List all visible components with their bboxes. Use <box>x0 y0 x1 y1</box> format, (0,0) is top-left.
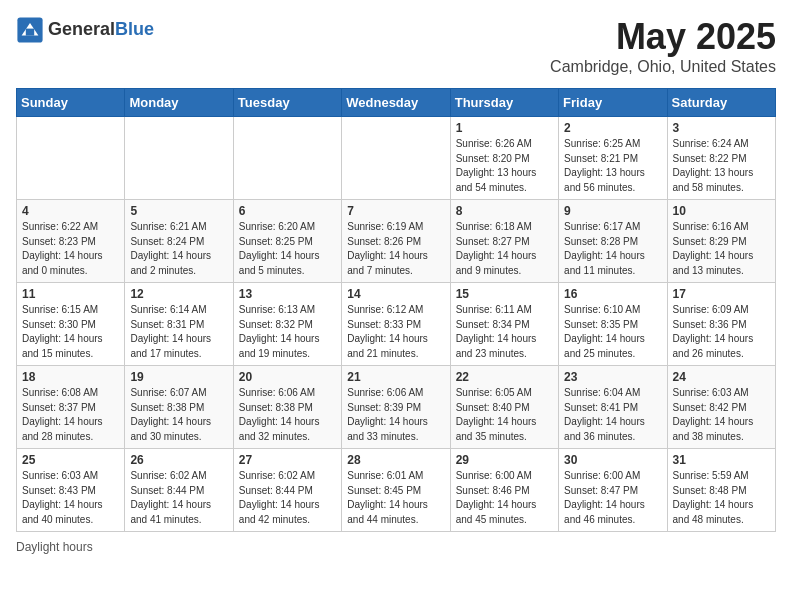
calendar-cell: 15Sunrise: 6:11 AM Sunset: 8:34 PM Dayli… <box>450 283 558 366</box>
title-block: May 2025 Cambridge, Ohio, United States <box>550 16 776 76</box>
day-number: 2 <box>564 121 661 135</box>
day-number: 23 <box>564 370 661 384</box>
day-info: Sunrise: 6:16 AM Sunset: 8:29 PM Dayligh… <box>673 220 770 278</box>
day-number: 11 <box>22 287 119 301</box>
calendar-cell: 31Sunrise: 5:59 AM Sunset: 8:48 PM Dayli… <box>667 449 775 532</box>
calendar-body: 1Sunrise: 6:26 AM Sunset: 8:20 PM Daylig… <box>17 117 776 532</box>
calendar-cell: 8Sunrise: 6:18 AM Sunset: 8:27 PM Daylig… <box>450 200 558 283</box>
day-number: 18 <box>22 370 119 384</box>
day-number: 26 <box>130 453 227 467</box>
day-number: 14 <box>347 287 444 301</box>
weekday-header-thursday: Thursday <box>450 89 558 117</box>
day-info: Sunrise: 6:04 AM Sunset: 8:41 PM Dayligh… <box>564 386 661 444</box>
day-number: 6 <box>239 204 336 218</box>
calendar-cell: 2Sunrise: 6:25 AM Sunset: 8:21 PM Daylig… <box>559 117 667 200</box>
day-number: 16 <box>564 287 661 301</box>
calendar-header: SundayMondayTuesdayWednesdayThursdayFrid… <box>17 89 776 117</box>
day-number: 27 <box>239 453 336 467</box>
day-info: Sunrise: 6:05 AM Sunset: 8:40 PM Dayligh… <box>456 386 553 444</box>
day-number: 12 <box>130 287 227 301</box>
day-info: Sunrise: 6:18 AM Sunset: 8:27 PM Dayligh… <box>456 220 553 278</box>
calendar-cell: 11Sunrise: 6:15 AM Sunset: 8:30 PM Dayli… <box>17 283 125 366</box>
weekday-header-tuesday: Tuesday <box>233 89 341 117</box>
logo: GeneralBlue <box>16 16 154 44</box>
calendar-cell: 25Sunrise: 6:03 AM Sunset: 8:43 PM Dayli… <box>17 449 125 532</box>
weekday-header-monday: Monday <box>125 89 233 117</box>
day-info: Sunrise: 6:22 AM Sunset: 8:23 PM Dayligh… <box>22 220 119 278</box>
calendar-cell <box>17 117 125 200</box>
week-row-5: 25Sunrise: 6:03 AM Sunset: 8:43 PM Dayli… <box>17 449 776 532</box>
day-info: Sunrise: 6:02 AM Sunset: 8:44 PM Dayligh… <box>239 469 336 527</box>
day-info: Sunrise: 6:03 AM Sunset: 8:42 PM Dayligh… <box>673 386 770 444</box>
calendar-cell <box>342 117 450 200</box>
day-number: 5 <box>130 204 227 218</box>
day-info: Sunrise: 6:00 AM Sunset: 8:46 PM Dayligh… <box>456 469 553 527</box>
calendar-cell: 13Sunrise: 6:13 AM Sunset: 8:32 PM Dayli… <box>233 283 341 366</box>
calendar-cell: 12Sunrise: 6:14 AM Sunset: 8:31 PM Dayli… <box>125 283 233 366</box>
day-info: Sunrise: 6:13 AM Sunset: 8:32 PM Dayligh… <box>239 303 336 361</box>
weekday-header-row: SundayMondayTuesdayWednesdayThursdayFrid… <box>17 89 776 117</box>
day-info: Sunrise: 6:12 AM Sunset: 8:33 PM Dayligh… <box>347 303 444 361</box>
day-number: 25 <box>22 453 119 467</box>
calendar-cell: 29Sunrise: 6:00 AM Sunset: 8:46 PM Dayli… <box>450 449 558 532</box>
calendar-cell <box>125 117 233 200</box>
calendar-cell: 17Sunrise: 6:09 AM Sunset: 8:36 PM Dayli… <box>667 283 775 366</box>
day-info: Sunrise: 6:02 AM Sunset: 8:44 PM Dayligh… <box>130 469 227 527</box>
day-info: Sunrise: 6:21 AM Sunset: 8:24 PM Dayligh… <box>130 220 227 278</box>
day-info: Sunrise: 6:24 AM Sunset: 8:22 PM Dayligh… <box>673 137 770 195</box>
calendar-cell: 26Sunrise: 6:02 AM Sunset: 8:44 PM Dayli… <box>125 449 233 532</box>
calendar-cell: 9Sunrise: 6:17 AM Sunset: 8:28 PM Daylig… <box>559 200 667 283</box>
day-info: Sunrise: 6:03 AM Sunset: 8:43 PM Dayligh… <box>22 469 119 527</box>
day-number: 22 <box>456 370 553 384</box>
day-info: Sunrise: 6:20 AM Sunset: 8:25 PM Dayligh… <box>239 220 336 278</box>
week-row-3: 11Sunrise: 6:15 AM Sunset: 8:30 PM Dayli… <box>17 283 776 366</box>
calendar-cell <box>233 117 341 200</box>
day-number: 4 <box>22 204 119 218</box>
logo-text: GeneralBlue <box>48 20 154 40</box>
day-number: 21 <box>347 370 444 384</box>
calendar-cell: 22Sunrise: 6:05 AM Sunset: 8:40 PM Dayli… <box>450 366 558 449</box>
day-number: 29 <box>456 453 553 467</box>
page-header: GeneralBlue May 2025 Cambridge, Ohio, Un… <box>16 16 776 76</box>
day-info: Sunrise: 6:15 AM Sunset: 8:30 PM Dayligh… <box>22 303 119 361</box>
day-info: Sunrise: 6:10 AM Sunset: 8:35 PM Dayligh… <box>564 303 661 361</box>
calendar-cell: 1Sunrise: 6:26 AM Sunset: 8:20 PM Daylig… <box>450 117 558 200</box>
calendar-cell: 4Sunrise: 6:22 AM Sunset: 8:23 PM Daylig… <box>17 200 125 283</box>
day-info: Sunrise: 5:59 AM Sunset: 8:48 PM Dayligh… <box>673 469 770 527</box>
calendar-cell: 3Sunrise: 6:24 AM Sunset: 8:22 PM Daylig… <box>667 117 775 200</box>
week-row-1: 1Sunrise: 6:26 AM Sunset: 8:20 PM Daylig… <box>17 117 776 200</box>
footer: Daylight hours <box>16 540 776 554</box>
day-number: 24 <box>673 370 770 384</box>
week-row-2: 4Sunrise: 6:22 AM Sunset: 8:23 PM Daylig… <box>17 200 776 283</box>
day-number: 3 <box>673 121 770 135</box>
subtitle: Cambridge, Ohio, United States <box>550 58 776 76</box>
svg-rect-2 <box>26 29 34 36</box>
logo-icon <box>16 16 44 44</box>
daylight-label: Daylight hours <box>16 540 93 554</box>
weekday-header-saturday: Saturday <box>667 89 775 117</box>
week-row-4: 18Sunrise: 6:08 AM Sunset: 8:37 PM Dayli… <box>17 366 776 449</box>
day-info: Sunrise: 6:14 AM Sunset: 8:31 PM Dayligh… <box>130 303 227 361</box>
calendar-cell: 28Sunrise: 6:01 AM Sunset: 8:45 PM Dayli… <box>342 449 450 532</box>
day-info: Sunrise: 6:11 AM Sunset: 8:34 PM Dayligh… <box>456 303 553 361</box>
day-number: 17 <box>673 287 770 301</box>
day-info: Sunrise: 6:06 AM Sunset: 8:38 PM Dayligh… <box>239 386 336 444</box>
day-info: Sunrise: 6:06 AM Sunset: 8:39 PM Dayligh… <box>347 386 444 444</box>
day-number: 15 <box>456 287 553 301</box>
day-info: Sunrise: 6:08 AM Sunset: 8:37 PM Dayligh… <box>22 386 119 444</box>
day-number: 31 <box>673 453 770 467</box>
calendar-cell: 20Sunrise: 6:06 AM Sunset: 8:38 PM Dayli… <box>233 366 341 449</box>
main-title: May 2025 <box>550 16 776 58</box>
weekday-header-wednesday: Wednesday <box>342 89 450 117</box>
calendar-cell: 23Sunrise: 6:04 AM Sunset: 8:41 PM Dayli… <box>559 366 667 449</box>
day-info: Sunrise: 6:17 AM Sunset: 8:28 PM Dayligh… <box>564 220 661 278</box>
calendar-cell: 6Sunrise: 6:20 AM Sunset: 8:25 PM Daylig… <box>233 200 341 283</box>
weekday-header-friday: Friday <box>559 89 667 117</box>
day-number: 8 <box>456 204 553 218</box>
calendar-cell: 21Sunrise: 6:06 AM Sunset: 8:39 PM Dayli… <box>342 366 450 449</box>
calendar-cell: 27Sunrise: 6:02 AM Sunset: 8:44 PM Dayli… <box>233 449 341 532</box>
calendar-cell: 18Sunrise: 6:08 AM Sunset: 8:37 PM Dayli… <box>17 366 125 449</box>
day-number: 20 <box>239 370 336 384</box>
day-number: 30 <box>564 453 661 467</box>
day-info: Sunrise: 6:09 AM Sunset: 8:36 PM Dayligh… <box>673 303 770 361</box>
